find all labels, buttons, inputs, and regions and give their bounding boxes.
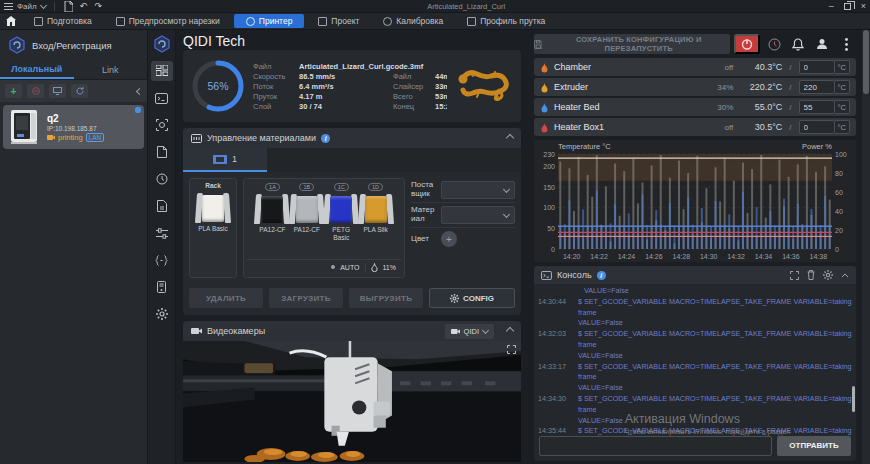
close-button[interactable]: ×: [861, 2, 866, 11]
history-icon[interactable]: [151, 169, 173, 189]
collapse-cameras-button[interactable]: [506, 327, 514, 335]
tab-preview[interactable]: Предпросмотр нарезки: [104, 13, 232, 29]
printer-thumbnail: [7, 108, 41, 146]
home-button[interactable]: [0, 13, 22, 29]
tune-icon[interactable]: [151, 223, 173, 243]
gcode-command-input[interactable]: [539, 436, 772, 456]
fullscreen-icon[interactable]: [507, 345, 516, 354]
collapse-sidebar-button[interactable]: [137, 86, 142, 96]
tab-local-devices[interactable]: Локальный: [0, 60, 74, 79]
device-card-q2[interactable]: q2 IP:10.198.185.87 printing LAN: [3, 105, 144, 149]
send-button[interactable]: ОТПРАВИТЬ: [777, 436, 851, 456]
tab-prepare[interactable]: Подготовка: [22, 13, 104, 29]
machine-icon[interactable]: [151, 277, 173, 297]
console-scrollbar[interactable]: [852, 386, 855, 412]
gear-icon: [450, 294, 459, 303]
spool-1c: [324, 194, 358, 224]
add-device-button[interactable]: +: [5, 84, 22, 98]
load-button[interactable]: ЗАГРУЗИТЬ: [269, 288, 343, 308]
new-project-icon[interactable]: [63, 1, 74, 12]
minimize-button[interactable]: –: [829, 2, 834, 11]
restart-icon[interactable]: [764, 34, 784, 54]
slot-1a[interactable]: 1A PA12-CF: [255, 182, 289, 259]
material-select[interactable]: [441, 206, 515, 224]
device-ip: IP:10.198.185.87: [47, 125, 104, 132]
svg-text:14:20: 14:20: [563, 253, 581, 260]
save-icon: [534, 40, 542, 49]
device-name: q2: [47, 113, 104, 124]
file-menu[interactable]: Файл: [17, 2, 37, 11]
materials-box-tab-1[interactable]: 1: [183, 148, 267, 172]
terminal-icon[interactable]: [151, 88, 173, 108]
scan-icon[interactable]: [151, 115, 173, 135]
file-icon[interactable]: [151, 142, 173, 162]
undo-icon[interactable]: ↶: [78, 1, 89, 12]
heater-row-box1: Heater Box1 off 30.5°C / °C: [534, 118, 856, 136]
scrollbar-thumb[interactable]: [863, 30, 869, 94]
slot-1d[interactable]: 1D PLA Silk: [358, 182, 392, 259]
window-scrollbar[interactable]: [862, 30, 870, 464]
tab-project[interactable]: Проект: [306, 13, 371, 29]
tab-filament-profile[interactable]: Профиль прутка: [455, 13, 557, 29]
console-title: Консоль: [557, 270, 592, 280]
expand-icon[interactable]: [790, 271, 799, 280]
extruder-target-input[interactable]: [799, 80, 835, 94]
printer-icon: [246, 17, 255, 26]
collapse-console-icon[interactable]: [841, 273, 849, 278]
gcode-file-icon[interactable]: [151, 196, 173, 216]
prepare-icon: [34, 17, 43, 26]
log-entry: 14:30:44$ SET_GCODE_VARIABLE MACRO=TIMEL…: [538, 297, 852, 329]
refresh-devices-button[interactable]: [71, 84, 88, 98]
menu-icon[interactable]: [4, 3, 13, 10]
collapse-materials-button[interactable]: [506, 134, 514, 142]
restore-button[interactable]: [844, 3, 851, 10]
config-button[interactable]: CONFIG: [429, 288, 515, 308]
macros-icon[interactable]: [151, 250, 173, 270]
bed-target-input[interactable]: [799, 100, 835, 114]
emergency-stop-button[interactable]: [734, 34, 760, 54]
login-link[interactable]: Вход/Регистрация: [32, 40, 112, 51]
camera-source-select[interactable]: QIDI: [445, 324, 494, 339]
dashboard-icon[interactable]: [151, 61, 173, 81]
cameras-section: Видеокамеры QIDI: [183, 321, 521, 462]
slot-1c[interactable]: 1C PETG Basic: [324, 182, 358, 259]
unload-button[interactable]: ВЫГРУЗИТЬ: [349, 288, 423, 308]
chevron-down-icon[interactable]: [40, 1, 47, 8]
info-icon[interactable]: i: [597, 271, 606, 280]
console-log[interactable]: VALUE=False 14:30:44$ SET_GCODE_VARIABLE…: [534, 284, 856, 435]
settings-gear-icon[interactable]: [151, 304, 173, 324]
info-icon[interactable]: i: [321, 134, 330, 143]
slot-1b[interactable]: 1B PA12-CF: [290, 182, 324, 259]
delete-button[interactable]: УДАЛИТЬ: [189, 288, 263, 308]
cameras-title: Видеокамеры: [207, 326, 265, 336]
user-icon[interactable]: [812, 34, 832, 54]
trash-icon[interactable]: [807, 270, 815, 280]
materials-title: Управление материалами: [207, 133, 316, 143]
ams-box: 1A PA12-CF 1B PA12-CF 1C: [243, 178, 405, 278]
print-file-name: Articulated_Lizard_Curl.gcode.3mf: [299, 62, 447, 71]
progress-percent: 56%: [191, 59, 245, 113]
box1-target-input[interactable]: [799, 120, 835, 134]
remove-device-button[interactable]: [27, 84, 44, 98]
tab-calibration[interactable]: Калибровка: [371, 13, 455, 29]
monitor-devices-button[interactable]: [49, 84, 66, 98]
svg-text:0: 0: [835, 246, 839, 253]
svg-text:14:28: 14:28: [673, 253, 691, 260]
material-fields: Поставщик Материал Цвет +: [411, 178, 515, 278]
rack-slot[interactable]: Rack PLA Basic: [189, 178, 237, 278]
box-spool-icon: [213, 155, 227, 164]
tab-link-devices[interactable]: Link: [74, 60, 148, 79]
vendor-select[interactable]: [441, 181, 515, 199]
more-menu-icon[interactable]: [836, 34, 856, 54]
color-picker[interactable]: +: [441, 231, 457, 247]
save-config-restart-button[interactable]: СОХРАНИТЬ КОНФИГУРАЦИЮ И ПЕРЕЗАПУСТИТЬ: [534, 34, 730, 54]
camera-feed: [183, 341, 521, 462]
redo-icon[interactable]: ↷: [93, 1, 104, 12]
device-sidebar: Вход/Регистрация Локальный Link +: [0, 30, 148, 464]
chamber-target-input[interactable]: [799, 60, 835, 74]
console-settings-icon[interactable]: [823, 270, 833, 280]
tab-printer[interactable]: Принтер: [234, 14, 305, 28]
humidity-value: 11%: [383, 264, 397, 271]
notifications-bell-icon[interactable]: [788, 34, 808, 54]
svg-text:100: 100: [543, 204, 555, 211]
